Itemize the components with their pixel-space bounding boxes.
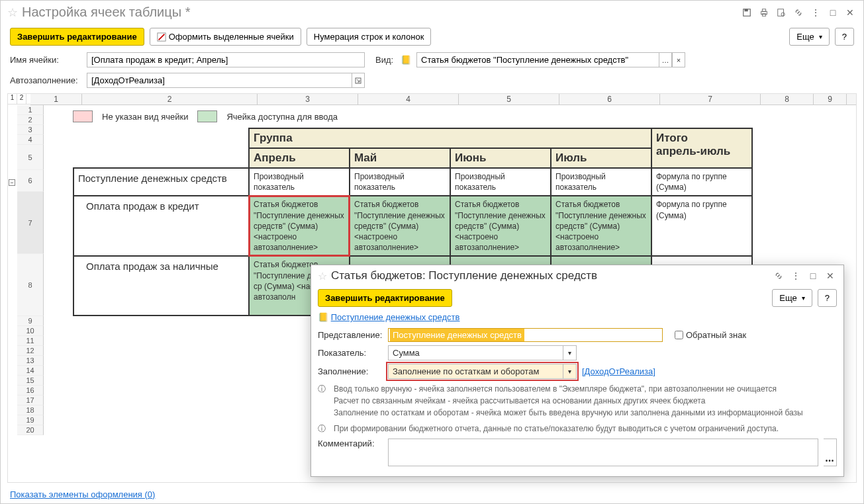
legend: Не указан вид ячейки Ячейка доступна для… [73, 105, 856, 128]
presentation-input[interactable]: Поступление денежных средств [390, 329, 524, 341]
selected-cell[interactable]: Статья бюджетов "Поступление денежных ср… [249, 196, 350, 256]
save-icon[interactable] [740, 6, 753, 19]
row-header[interactable]: 19 [17, 415, 44, 425]
row-header[interactable]: 11 [17, 336, 44, 346]
format-cells-button[interactable]: Оформить выделенные ячейки [150, 28, 301, 46]
chevron-down-icon[interactable]: ▾ [563, 364, 576, 378]
maximize-icon[interactable]: □ [806, 269, 820, 282]
cell-name-row: Имя ячейки: Вид: 📒 … × [1, 50, 863, 70]
catalog-icon: 📒 [318, 312, 328, 322]
row-header[interactable]: 9 [17, 316, 44, 326]
collapse-toggle[interactable]: − [9, 179, 15, 186]
kind-label: Вид: [375, 55, 395, 65]
row-header[interactable]: 20 [17, 425, 44, 435]
row-header-selected[interactable]: 7 [17, 192, 44, 254]
row-header[interactable]: 1 [17, 105, 44, 115]
link-icon[interactable] [792, 6, 805, 19]
autofill-open[interactable] [352, 73, 365, 88]
outline-tab-2[interactable]: 2 [17, 94, 26, 104]
popup-help-button[interactable]: ? [818, 289, 837, 307]
row-header[interactable]: 5 [17, 145, 44, 170]
info-icon: ⓘ [318, 383, 328, 419]
info-text-1: Ввод только вручную - ячейка заполняется… [334, 383, 803, 419]
print-icon[interactable] [757, 6, 771, 19]
preview-icon[interactable] [775, 6, 788, 19]
fill-link[interactable]: [ДоходОтРеализа] [582, 366, 655, 376]
data-cell[interactable]: Формула по группе (Сумма) [651, 168, 752, 196]
col-header-7[interactable]: 7 [660, 94, 761, 105]
row-header[interactable]: 10 [17, 326, 44, 336]
row-header[interactable]: 17 [17, 396, 44, 405]
data-cell[interactable]: Производный показатель [551, 168, 651, 196]
comment-textarea[interactable] [388, 439, 818, 466]
row-header[interactable]: 3 [17, 125, 44, 135]
maximize-icon[interactable]: □ [826, 6, 840, 19]
row-header[interactable]: 13 [17, 356, 44, 366]
month-apr: Апрель [249, 148, 350, 168]
menu-icon[interactable]: ⋮ [809, 6, 822, 19]
show-formatting-link[interactable]: Показать элементы оформления (0) [10, 489, 155, 499]
numbering-button[interactable]: Нумерация строк и колонок [307, 28, 432, 46]
kind-ellipsis[interactable]: … [659, 52, 672, 67]
info-text-2: При формировании бюджетного отчета, данн… [334, 423, 779, 435]
popup-top-link[interactable]: Поступление денежных средств [331, 312, 460, 322]
row-header[interactable]: 4 [17, 135, 44, 145]
star-icon[interactable]: ☆ [318, 270, 327, 282]
col-header-8[interactable]: 8 [761, 94, 814, 105]
fill-select[interactable]: Заполнение по остаткам и оборотам [389, 364, 563, 378]
kind-input[interactable] [416, 52, 659, 67]
legend-label-notype: Не указан вид ячейки [102, 112, 188, 122]
svg-rect-1 [745, 9, 748, 11]
row-header[interactable]: 6 [17, 170, 44, 192]
col-header-5[interactable]: 5 [459, 94, 559, 105]
row-header[interactable]: 14 [17, 366, 44, 376]
finish-edit-button[interactable]: Завершить редактирование [10, 28, 144, 46]
row-cash[interactable]: Оплата продаж за наличные [73, 256, 249, 315]
autofill-input[interactable] [87, 73, 352, 88]
comment-ellipsis[interactable]: ••• [824, 439, 837, 466]
close-icon[interactable]: ✕ [843, 6, 857, 19]
data-cell[interactable]: Производный показатель [450, 168, 551, 196]
data-cell[interactable]: Статья бюджетов "Поступление денежных ср… [450, 196, 551, 256]
row-header[interactable]: 16 [17, 386, 44, 396]
row-income[interactable]: Поступление денежных средств [73, 168, 249, 196]
close-icon[interactable]: ✕ [824, 269, 837, 282]
row-header[interactable]: 15 [17, 376, 44, 386]
catalog-icon: 📒 [399, 55, 412, 65]
star-icon[interactable]: ☆ [7, 5, 18, 20]
autofill-label: Автозаполнение: [10, 75, 83, 85]
data-cell[interactable]: Формула по группе (Сумма) [651, 196, 752, 256]
row-header[interactable]: 8 [17, 254, 44, 316]
more-button[interactable]: Еще [789, 28, 829, 46]
help-button[interactable]: ? [835, 28, 854, 46]
outline-tab-1[interactable]: 1 [8, 94, 17, 104]
col-header-1[interactable]: 1 [30, 94, 82, 105]
popup-titlebar: ☆ Статья бюджетов: Поступление денежных … [311, 265, 843, 286]
col-header-6[interactable]: 6 [559, 94, 660, 105]
data-cell[interactable]: Статья бюджетов "Поступление денежных ср… [350, 196, 450, 256]
kind-clear[interactable]: × [672, 52, 685, 67]
reverse-sign-label: Обратный знак [686, 330, 746, 340]
col-header-3[interactable]: 3 [258, 94, 358, 105]
data-cell[interactable]: Производный показатель [350, 168, 450, 196]
data-cell[interactable]: Производный показатель [249, 168, 350, 196]
row-header[interactable]: 12 [17, 346, 44, 356]
chevron-down-icon[interactable]: ▾ [563, 346, 576, 360]
row-header[interactable]: 2 [17, 115, 44, 125]
reverse-sign-checkbox[interactable] [675, 331, 683, 339]
svg-rect-3 [762, 9, 765, 11]
popup-more-button[interactable]: Еще [772, 289, 812, 307]
col-header-2[interactable]: 2 [82, 94, 258, 105]
legend-label-editable: Ячейка доступна для ввода [226, 112, 338, 122]
menu-icon[interactable]: ⋮ [789, 269, 802, 282]
indicator-select[interactable]: Сумма [389, 346, 563, 360]
col-header-9[interactable]: 9 [814, 94, 847, 105]
popup-finish-button[interactable]: Завершить редактирование [318, 289, 452, 307]
data-cell[interactable]: Статья бюджетов "Поступление денежных ср… [551, 196, 651, 256]
col-header-4[interactable]: 4 [358, 94, 459, 105]
row-header[interactable]: 18 [17, 405, 44, 415]
row-credit[interactable]: Оплата продаж в кредит [73, 196, 249, 256]
info-icon: ⓘ [318, 423, 328, 435]
cell-name-input[interactable] [87, 52, 365, 67]
link-icon[interactable] [772, 269, 785, 282]
